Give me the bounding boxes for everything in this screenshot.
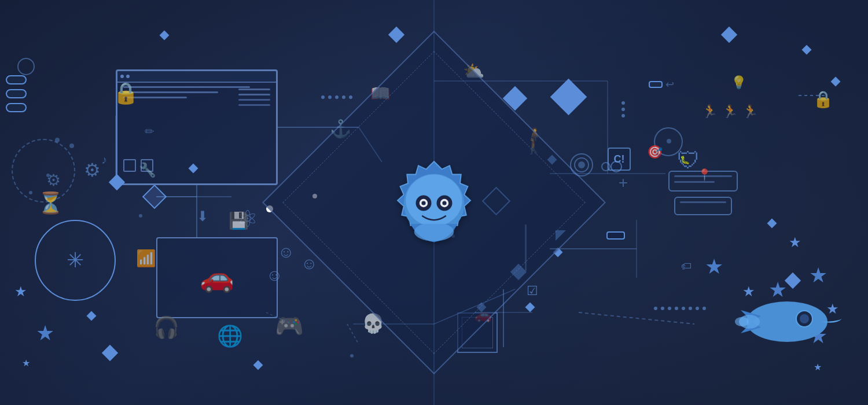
download-icon: ⬇	[197, 208, 208, 224]
star-left-3: ★	[22, 358, 30, 369]
godot-logo	[382, 156, 486, 249]
music-icon: ♪	[101, 153, 107, 167]
dot-r1-2	[328, 95, 332, 99]
dot-1	[55, 138, 60, 142]
svg-point-29	[414, 222, 454, 241]
dot-5	[29, 191, 32, 194]
dotted-circle-medium: ✳	[35, 220, 116, 301]
dot-r1-1	[321, 95, 325, 99]
figure-1: 🏃	[702, 104, 718, 119]
chat-bubble-2	[674, 197, 732, 215]
dots-row-1	[321, 95, 352, 99]
dot-rr-8	[703, 307, 706, 310]
star-9: ★	[814, 362, 822, 373]
dot-rr-7	[696, 307, 699, 310]
dot-crt-2	[621, 108, 625, 111]
dot-crt-1	[621, 101, 625, 105]
chat2-line-1	[680, 201, 726, 203]
dot-6	[139, 214, 142, 218]
save-icon: 💾	[229, 211, 249, 230]
svg-point-22	[406, 175, 462, 227]
dot-3	[350, 354, 354, 358]
panel-line1	[238, 89, 270, 90]
dot-crt-3	[621, 114, 625, 117]
svg-point-34	[735, 317, 749, 326]
dot-rr-1	[654, 307, 657, 310]
lock-icon-left: 🔒	[113, 81, 139, 105]
lock-icon-top-right: 🔒	[813, 90, 833, 109]
pin-icon: 📍	[697, 168, 712, 182]
editor-titlebar	[117, 71, 276, 83]
panel-line4	[238, 104, 270, 106]
car-icon: 🚗	[200, 262, 234, 294]
hourglass-icon: ⏳	[38, 191, 64, 215]
doc-badge	[649, 81, 663, 88]
dots-row-right	[654, 307, 706, 310]
checkbox-icon: ☑	[527, 284, 538, 299]
star-1: ★	[705, 255, 723, 279]
wrench-icon: 🔧	[139, 162, 156, 178]
game-viewport: 🚗	[156, 237, 278, 318]
dot-rr-6	[689, 307, 692, 310]
target-icon: 🎯	[647, 145, 663, 160]
smiley-1: ☺	[278, 243, 295, 262]
tagline-line1	[6, 75, 27, 84]
globe-icon: 🌐	[217, 324, 243, 348]
headphones-icon: 🎧	[153, 315, 179, 340]
arrow-icon-1: ↩	[665, 78, 674, 91]
editor-sidepanel	[238, 89, 270, 106]
editor-icon1	[123, 159, 136, 172]
tagline-area	[6, 75, 27, 116]
dot-rr-4	[675, 307, 678, 310]
version-banner	[606, 231, 625, 240]
panel-line3	[238, 99, 270, 101]
panel-line2	[238, 94, 270, 95]
rocket-svg	[729, 287, 845, 356]
star-8: ★	[789, 234, 801, 251]
sun-icon: ✳	[67, 248, 84, 273]
small-circle-1	[17, 58, 35, 75]
gear-icon-left: ⚙	[84, 159, 101, 181]
dot-rr-2	[661, 307, 664, 310]
editor-line1	[123, 86, 250, 88]
dot-r1-3	[335, 95, 339, 99]
small-circle-right-1	[610, 161, 622, 172]
dot-rr-5	[682, 307, 685, 310]
bug-in-shield: 🐛	[680, 155, 690, 164]
titlebar-dot2	[126, 75, 130, 78]
svg-point-28	[442, 201, 446, 205]
target-outer	[570, 153, 593, 176]
target-dot	[667, 139, 671, 143]
pencil-icon: ✏	[145, 124, 155, 138]
figure-2: 🏃	[722, 104, 738, 119]
smiley-3: ☺	[301, 255, 318, 273]
figure-3: 🏃	[742, 104, 758, 119]
star-left-2: ★	[36, 321, 54, 345]
dot-r1-4	[342, 95, 345, 99]
svg-point-27	[421, 201, 425, 205]
dot-r1-5	[349, 95, 352, 99]
titlebar-dot1	[120, 75, 124, 78]
star-7: ★	[809, 263, 827, 288]
gamepad-icon: 🎮	[275, 312, 304, 340]
svg-point-32	[800, 314, 809, 323]
dot-rr-3	[668, 307, 671, 310]
star-left-1: ★	[14, 284, 27, 300]
plus-icon: +	[619, 174, 628, 192]
bulb-icon: 💡	[731, 75, 746, 90]
tag-icon: 🏷	[681, 260, 692, 273]
target-center	[578, 161, 585, 168]
gear-icon-left2: ⚙	[46, 171, 61, 190]
dots-col-right-top	[621, 101, 625, 117]
target-inner	[574, 157, 589, 172]
tagline-line2	[6, 89, 27, 98]
smiley-2: ☺	[266, 266, 283, 285]
rocket-container	[729, 287, 845, 359]
tagline-line3	[6, 103, 27, 112]
small-circle-right-2	[601, 162, 610, 171]
wifi-icon: 📶	[136, 249, 156, 268]
dot-2	[69, 143, 74, 148]
